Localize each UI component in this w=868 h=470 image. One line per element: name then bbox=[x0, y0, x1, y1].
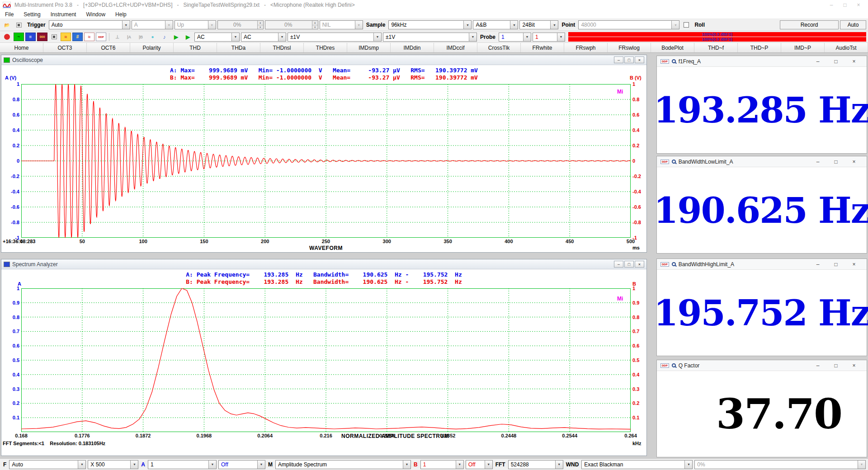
panel-f1freq-titlebar[interactable]: DDP f1Freq_A – □ × bbox=[657, 56, 867, 67]
counter-icon[interactable] bbox=[49, 33, 59, 41]
tab-thda[interactable]: THDa bbox=[217, 43, 260, 52]
multimeter-icon[interactable]: 000 bbox=[37, 33, 47, 41]
record-button[interactable]: Record bbox=[780, 20, 839, 29]
fft-size-select[interactable]: 524288▼ bbox=[508, 460, 563, 469]
panel-q-factor-titlebar[interactable]: DDP Q Factor – □ × bbox=[657, 360, 867, 371]
chevron-down-icon[interactable]: ▼ bbox=[403, 461, 410, 469]
coupling-a-select[interactable]: AC▼ bbox=[194, 33, 240, 42]
trigger-mode-select[interactable]: Auto▼ bbox=[49, 20, 130, 29]
close-icon[interactable]: × bbox=[845, 362, 863, 369]
chevron-down-icon[interactable]: ▼ bbox=[550, 21, 558, 29]
minimize-icon[interactable]: – bbox=[809, 58, 827, 65]
open-file-icon[interactable]: 📂 bbox=[2, 21, 12, 29]
chevron-down-icon[interactable]: ▼ bbox=[231, 33, 239, 41]
chevron-down-icon[interactable]: ▼ bbox=[373, 33, 381, 41]
tab-thd[interactable]: THD bbox=[174, 43, 217, 52]
record-icon[interactable] bbox=[2, 33, 12, 41]
chevron-down-icon[interactable]: ▼ bbox=[555, 461, 563, 469]
channel-a-select[interactable]: 1▼ bbox=[148, 460, 217, 469]
zoom-select[interactable]: X 500▼ bbox=[88, 460, 138, 469]
sample-rate-select[interactable]: 96kHz▼ bbox=[388, 20, 472, 29]
tab-imddin[interactable]: IMDdin bbox=[391, 43, 434, 52]
chevron-down-icon[interactable]: ▼ bbox=[684, 461, 692, 469]
channels-select[interactable]: A&B▼ bbox=[473, 20, 518, 29]
tab-frswlog[interactable]: FRswlog bbox=[608, 43, 651, 52]
oscilloscope-plot-area[interactable] bbox=[21, 84, 631, 238]
tab-thdres[interactable]: THDres bbox=[304, 43, 347, 52]
tab-bodeplot[interactable]: BodePlot bbox=[651, 43, 694, 52]
bit-depth-select[interactable]: 24Bit▼ bbox=[519, 20, 558, 29]
tab-home[interactable]: Home bbox=[0, 43, 43, 52]
channel-b-select[interactable]: 1▼ bbox=[420, 460, 464, 469]
tab-thdnsl[interactable]: THDnsl bbox=[260, 43, 304, 52]
tab-audiotst[interactable]: AudioTst bbox=[825, 43, 868, 52]
oscilloscope-waveform-chart[interactable] bbox=[21, 84, 631, 238]
minimize-icon[interactable]: – bbox=[825, 2, 838, 8]
play-b-icon[interactable]: ▶ bbox=[183, 33, 193, 41]
probe-b-select[interactable]: 1▼ bbox=[533, 33, 565, 42]
menu-window[interactable]: Window bbox=[81, 11, 110, 18]
close-icon[interactable]: × bbox=[635, 56, 644, 63]
tab-frswph[interactable]: FRswph bbox=[564, 43, 608, 52]
maximize-icon[interactable]: □ bbox=[838, 2, 852, 8]
trigger-level-spinner[interactable]: 0%▲▼ bbox=[217, 20, 264, 29]
close-icon[interactable]: × bbox=[635, 261, 644, 268]
window-function-select[interactable]: Exact Blackman▼ bbox=[581, 460, 693, 469]
roll-checkbox[interactable] bbox=[684, 22, 689, 28]
chevron-down-icon[interactable]: ▼ bbox=[78, 461, 85, 469]
channel-a-processing-select[interactable]: Off▼ bbox=[218, 460, 265, 469]
chevron-down-icon[interactable]: ▼ bbox=[523, 33, 531, 41]
close-icon[interactable]: × bbox=[852, 2, 865, 8]
device-test-plan-icon[interactable]: # bbox=[72, 33, 83, 41]
range-a-select[interactable]: ±1V▼ bbox=[288, 33, 382, 42]
maximize-icon[interactable]: □ bbox=[827, 261, 845, 268]
tab-frwhite[interactable]: FRwhite bbox=[521, 43, 564, 52]
menu-setting[interactable]: Setting bbox=[19, 11, 45, 18]
auto-scale-button[interactable]: Auto bbox=[840, 20, 866, 29]
oscilloscope-icon[interactable]: ~ bbox=[14, 33, 24, 41]
maximize-icon[interactable]: □ bbox=[827, 159, 845, 165]
range-b-select[interactable]: ±1V▼ bbox=[383, 33, 477, 42]
chevron-down-icon[interactable]: ▼ bbox=[463, 21, 471, 29]
frequency-mode-select[interactable]: Auto▼ bbox=[9, 460, 86, 469]
tab-thd-p[interactable]: THD~P bbox=[738, 43, 781, 52]
save-file-icon[interactable] bbox=[14, 21, 24, 29]
minimize-icon[interactable]: – bbox=[809, 159, 827, 165]
play-a-icon[interactable]: ▶ bbox=[171, 33, 181, 41]
minimize-icon[interactable]: – bbox=[614, 261, 623, 268]
tab-imdsmp[interactable]: IMDsmp bbox=[347, 43, 391, 52]
analysis-mode-select[interactable]: Amplitude Spectrum▼ bbox=[275, 460, 411, 469]
chevron-down-icon[interactable]: ▼ bbox=[278, 33, 286, 41]
channel-b-processing-select[interactable]: Off▼ bbox=[466, 460, 493, 469]
minimize-icon[interactable]: – bbox=[809, 362, 827, 369]
menu-instrument[interactable]: Instrument bbox=[46, 11, 81, 18]
spin-down-icon[interactable]: ▼ bbox=[312, 25, 318, 29]
app-titlebar[interactable]: Multi-Instrument Pro 3.8 - [+3DP+DLG+LCR… bbox=[0, 0, 868, 10]
tab-crosstlk[interactable]: CrossTlk bbox=[477, 43, 521, 52]
tab-polarity[interactable]: Polarity bbox=[130, 43, 174, 52]
spectrum-analyzer-icon[interactable]: ≡ bbox=[25, 33, 36, 41]
spectrum-plot-area[interactable] bbox=[21, 288, 631, 432]
menu-help[interactable]: Help bbox=[110, 11, 132, 18]
trigger-delay-spinner[interactable]: 0%▲▼ bbox=[265, 20, 318, 29]
chevron-down-icon[interactable]: ▼ bbox=[557, 33, 565, 41]
panel-bandwidth-high-titlebar[interactable]: DDP BandWidthHighLimit_A – □ × bbox=[657, 259, 867, 270]
chevron-down-icon[interactable]: ▼ bbox=[122, 21, 130, 29]
spectrum-3d-plot-icon[interactable]: ≈ bbox=[84, 33, 94, 41]
tab-oct6[interactable]: OCT6 bbox=[87, 43, 130, 52]
chevron-down-icon[interactable]: ▼ bbox=[456, 461, 463, 469]
coupling-b-select[interactable]: AC▼ bbox=[241, 33, 286, 42]
close-icon[interactable]: × bbox=[845, 159, 863, 165]
restore-icon[interactable]: □ bbox=[624, 261, 634, 268]
minimize-icon[interactable]: – bbox=[614, 56, 623, 63]
tab-thd-f[interactable]: THD~f bbox=[694, 43, 738, 52]
close-icon[interactable]: × bbox=[845, 58, 863, 65]
signal-generator-icon[interactable]: ≈ bbox=[61, 33, 71, 41]
maximize-icon[interactable]: □ bbox=[827, 362, 845, 369]
spectrum-chart[interactable] bbox=[21, 288, 631, 432]
tab-imdccif[interactable]: IMDccif bbox=[434, 43, 477, 52]
tab-oct3[interactable]: OCT3 bbox=[43, 43, 87, 52]
tab-imd-p[interactable]: IMD~P bbox=[781, 43, 825, 52]
close-icon[interactable]: × bbox=[845, 261, 863, 268]
chevron-down-icon[interactable]: ▼ bbox=[130, 461, 138, 469]
